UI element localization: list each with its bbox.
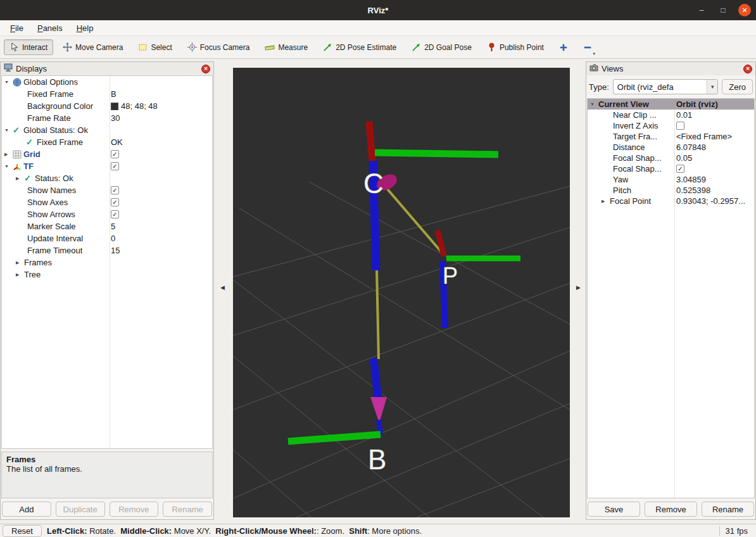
chevron-down-icon[interactable]: ▾ <box>593 51 595 56</box>
minimize-button[interactable]: – <box>695 4 708 16</box>
right-splitter[interactable]: ▶ <box>570 59 586 524</box>
displays-buttons-row: AddDuplicateRemoveRename <box>1 498 213 519</box>
menu-file[interactable]: File <box>4 22 30 34</box>
displays-row-status-ok[interactable]: ▶✓Status: Ok <box>2 172 212 184</box>
displays-row-global-status-ok[interactable]: ▼✓Global Status: Ok <box>2 124 212 136</box>
frame-label-b: B <box>368 444 386 475</box>
status-help-segment: Right-Click/Mouse Wheel: <box>215 526 317 536</box>
views-row-pitch[interactable]: Pitch0.525398 <box>588 185 754 196</box>
expander-open-icon[interactable]: ▼ <box>590 102 598 106</box>
expander-open-icon[interactable]: ▼ <box>4 128 13 132</box>
checkbox-checked-icon[interactable]: ✓ <box>111 150 119 158</box>
tool-2d-goal-pose[interactable]: 2D Goal Pose <box>406 39 477 55</box>
frame-label-c: C <box>363 168 384 199</box>
views-row-target-fra[interactable]: Target Fra...<Fixed Frame> <box>588 131 754 142</box>
displays-remove-button[interactable]: Remove <box>110 502 159 517</box>
property-value-text: 0 <box>111 234 115 243</box>
collapse-displays-panel-icon[interactable]: ◀ <box>220 284 225 291</box>
views-row-invert-z-axis[interactable]: Invert Z Axis <box>588 120 754 131</box>
property-value-text: 30 <box>111 113 120 123</box>
displays-row-tree[interactable]: ▶Tree <box>2 268 212 281</box>
checkbox-checked-icon[interactable]: ✓ <box>111 210 119 218</box>
property-value: <Fixed Frame> <box>676 131 732 142</box>
checkbox-checked-icon[interactable]: ✓ <box>111 186 119 194</box>
expander-closed-icon[interactable]: ▶ <box>16 272 24 277</box>
displays-row-fixed-frame[interactable]: Fixed FrameB <box>2 88 212 100</box>
reset-button[interactable]: Reset <box>3 525 42 537</box>
add-tool-button[interactable] <box>553 40 574 55</box>
property-name: Show Names <box>27 186 76 195</box>
close-button[interactable]: ✕ <box>738 4 751 16</box>
checkbox-unchecked-icon[interactable] <box>676 122 684 130</box>
tool-select[interactable]: Select <box>132 39 177 55</box>
expander-open-icon[interactable]: ▼ <box>4 80 13 84</box>
views-close-button[interactable]: ✕ <box>743 65 752 73</box>
views-row-focal-shap[interactable]: Focal Shap...✓ <box>588 163 754 174</box>
checkbox-checked-icon[interactable]: ✓ <box>111 162 119 170</box>
views-row-focal-point[interactable]: ▶Focal Point0.93043; -0.2957... <box>588 196 754 206</box>
views-row-near-clip[interactable]: Near Clip ...0.01 <box>588 110 754 120</box>
displays-duplicate-button[interactable]: Duplicate <box>56 502 105 517</box>
displays-close-button[interactable]: ✕ <box>201 65 210 73</box>
displays-row-frames[interactable]: ▶Frames <box>2 256 212 268</box>
add-tool-icon <box>559 43 568 52</box>
property-value: ✓ <box>676 163 684 174</box>
property-name: TF <box>23 161 34 171</box>
expander-open-icon[interactable]: ▼ <box>4 164 13 168</box>
views-row-yaw[interactable]: Yaw3.04859 <box>588 174 754 185</box>
displays-row-tf[interactable]: ▼TF✓ <box>2 160 212 172</box>
tool-focus-camera[interactable]: Focus Camera <box>182 39 256 55</box>
checkbox-checked-icon[interactable]: ✓ <box>111 198 119 206</box>
3d-scene[interactable]: C P B <box>233 68 570 517</box>
checkbox-checked-icon[interactable]: ✓ <box>676 165 684 173</box>
remove-tool-button[interactable]: ▾ <box>577 40 598 55</box>
displays-row-update-interval[interactable]: Update Interval0 <box>2 232 212 244</box>
expander-closed-icon[interactable]: ▶ <box>16 176 24 181</box>
displays-row-fixed-frame[interactable]: ✓Fixed FrameOK <box>2 136 212 148</box>
tool-label: Interact <box>22 43 47 52</box>
expander-closed-icon[interactable]: ▶ <box>602 199 610 204</box>
left-splitter[interactable]: ◀ <box>214 59 233 524</box>
property-value: 0.93043; -0.2957... <box>676 196 745 206</box>
expander-closed-icon[interactable]: ▶ <box>4 152 13 157</box>
views-row-focal-shap[interactable]: Focal Shap...0.05 <box>588 153 754 163</box>
view-type-dropdown[interactable]: Orbit (rviz_defa ▾ <box>613 79 718 94</box>
property-value: ✓ <box>111 148 119 160</box>
displays-row-background-color[interactable]: Background Color48; 48; 48 <box>2 100 212 112</box>
property-value-text: 0.05 <box>676 153 692 163</box>
displays-add-button[interactable]: Add <box>2 502 51 517</box>
views-save-button[interactable]: Save <box>588 502 640 517</box>
property-name: Global Options <box>23 77 78 87</box>
status-help-segment: Move X/Y. <box>172 526 215 536</box>
tool-2d-pose-estimate[interactable]: 2D Pose Estimate <box>317 39 402 55</box>
displays-row-grid[interactable]: ▶Grid✓ <box>2 148 212 160</box>
tool-interact[interactable]: Interact <box>4 39 53 55</box>
tool-measure[interactable]: Measure <box>259 40 313 55</box>
property-name: Yaw <box>613 175 628 184</box>
zero-button[interactable]: Zero <box>722 79 753 94</box>
views-row-current-view[interactable]: ▼Current ViewOrbit (rviz) <box>588 99 754 110</box>
displays-row-frame-rate[interactable]: Frame Rate30 <box>2 112 212 124</box>
hand-cursor-icon <box>9 42 19 52</box>
measure-ruler-icon <box>265 43 275 52</box>
tool-move-camera[interactable]: Move Camera <box>57 39 129 55</box>
displays-rename-button[interactable]: Rename <box>163 502 212 517</box>
views-row-distance[interactable]: Distance6.07848 <box>588 142 754 153</box>
displays-row-marker-scale[interactable]: Marker Scale5 <box>2 220 212 232</box>
displays-row-show-arrows[interactable]: Show Arrows✓ <box>2 208 212 220</box>
views-remove-button[interactable]: Remove <box>645 502 697 517</box>
maximize-button[interactable]: □ <box>717 4 729 16</box>
displays-row-global-options[interactable]: ▼Global Options <box>2 76 212 88</box>
expander-closed-icon[interactable]: ▶ <box>16 260 24 265</box>
views-rename-button[interactable]: Rename <box>702 502 754 517</box>
collapse-views-panel-icon[interactable]: ▶ <box>576 284 581 291</box>
displays-row-show-names[interactable]: Show Names✓ <box>2 184 212 196</box>
property-value-text: 0.525398 <box>676 186 710 195</box>
menu-panels[interactable]: Panels <box>31 22 69 34</box>
displays-row-show-axes[interactable]: Show Axes✓ <box>2 196 212 208</box>
3d-viewport[interactable]: C P B <box>233 68 570 517</box>
tool-publish-point[interactable]: Publish Point <box>481 39 550 55</box>
displays-row-frame-timeout[interactable]: Frame Timeout15 <box>2 244 212 256</box>
property-value: OK <box>111 136 123 148</box>
menu-help[interactable]: Help <box>70 22 100 34</box>
